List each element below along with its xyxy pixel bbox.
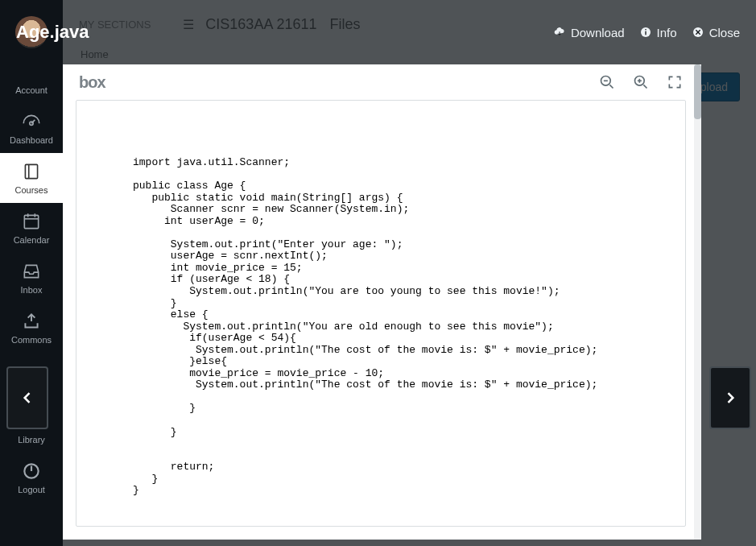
document-page: import java.util.Scanner; public class A… <box>76 100 686 527</box>
svg-rect-6 <box>24 215 38 228</box>
file-title: Age.java <box>16 22 89 43</box>
nav-inbox[interactable]: Inbox <box>0 253 63 303</box>
nav-logout[interactable]: Logout <box>0 453 63 503</box>
box-logo: box <box>79 73 105 92</box>
zoom-out-button[interactable] <box>599 74 615 90</box>
global-nav: Account Dashboard Courses Calendar Inbox… <box>0 0 63 546</box>
gauge-icon <box>21 111 42 132</box>
svg-rect-4 <box>25 164 37 178</box>
svg-line-21 <box>643 85 647 88</box>
preview-scrollbar[interactable] <box>694 64 701 540</box>
svg-line-18 <box>609 85 613 88</box>
fullscreen-button[interactable] <box>667 74 683 90</box>
logout-icon <box>21 461 42 482</box>
svg-rect-15 <box>645 29 646 30</box>
nav-dashboard[interactable]: Dashboard <box>0 103 63 153</box>
nav-courses[interactable]: Courses <box>0 153 63 203</box>
close-button[interactable]: Close <box>692 26 740 39</box>
next-file-button[interactable] <box>709 366 751 429</box>
code-content: import java.util.Scanner; public class A… <box>133 157 669 497</box>
prev-file-button[interactable] <box>6 366 48 429</box>
preview-toolbar: box <box>63 64 699 100</box>
nav-calendar[interactable]: Calendar <box>0 203 63 253</box>
inbox-icon <box>21 261 42 282</box>
info-button[interactable]: Info <box>639 26 677 39</box>
zoom-in-button[interactable] <box>633 74 649 90</box>
download-button[interactable]: Download <box>553 26 625 39</box>
share-icon <box>21 311 42 332</box>
modal-toolbar: Age.java Download Info Close <box>0 0 756 64</box>
cloud-download-icon <box>553 26 566 39</box>
scroll-thumb[interactable] <box>694 64 701 119</box>
nav-commons[interactable]: Commons <box>0 303 63 353</box>
close-icon <box>692 26 704 39</box>
book-icon <box>21 161 42 182</box>
calendar-icon <box>21 211 42 232</box>
svg-rect-14 <box>645 31 646 35</box>
file-preview-panel: box import java.util.Scanner; public cla… <box>63 64 699 540</box>
info-icon <box>639 26 652 39</box>
